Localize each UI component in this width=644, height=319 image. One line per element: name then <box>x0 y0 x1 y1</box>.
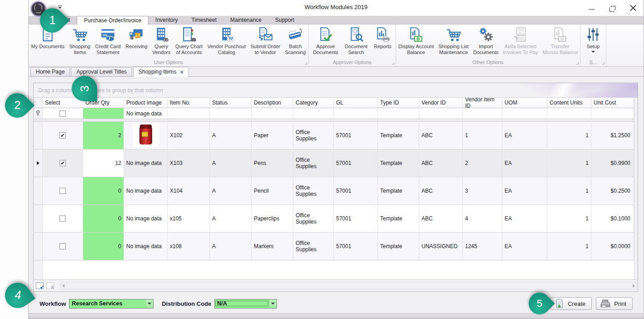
cell-unit-cost[interactable]: $0.2500 <box>591 177 634 204</box>
doc-tab-approval-level-titles[interactable]: Approval Level Titles <box>71 67 132 76</box>
cell-vendor-id[interactable]: ABC <box>419 122 463 149</box>
cell-uom[interactable]: EA <box>502 233 547 260</box>
query-chart-of-accounts-button[interactable]: Query Chart of Accounts <box>173 26 205 56</box>
reports-button[interactable]: Reports <box>372 26 394 50</box>
deselect-all-rows-button[interactable]: ✕ <box>46 282 54 289</box>
cell-type-id[interactable]: Template <box>378 177 419 204</box>
cell-order-qty[interactable]: 2 <box>83 122 124 149</box>
table-row[interactable]: 12 No image data X103 A Pens Office Supp… <box>34 150 638 177</box>
vendor-punchout-catalog-button[interactable]: Vendor Punchout Catalog <box>205 26 248 56</box>
cell-vendor-id[interactable]: ABC <box>419 150 463 177</box>
tab-close-icon[interactable]: × <box>180 69 184 75</box>
row-checkbox[interactable] <box>59 188 66 194</box>
cell-content-units[interactable]: 1 <box>547 233 591 260</box>
cell-category[interactable]: Office Supplies <box>293 205 334 232</box>
doc-tab-shopping-items[interactable]: Shopping Items × <box>133 67 189 77</box>
filter-cell[interactable] <box>334 108 378 119</box>
cell-vendor-id[interactable]: UNASSIGNED <box>419 233 463 260</box>
scroll-left-icon[interactable] <box>62 284 64 288</box>
filter-cell[interactable] <box>252 108 293 119</box>
group-dialog-launcher-icon[interactable] <box>305 62 307 65</box>
cell-description[interactable]: Pencil <box>252 177 293 204</box>
cell-item-no[interactable]: X104 <box>168 177 210 204</box>
cell-type-id[interactable]: Template <box>378 122 419 149</box>
filter-order-qty-cell[interactable] <box>83 108 124 119</box>
column-header-unit-cost[interactable]: Unit Cost <box>591 98 634 108</box>
approve-documents-button[interactable]: Approve Documents <box>311 26 341 56</box>
group-dialog-launcher-icon[interactable] <box>576 62 579 65</box>
cell-order-qty[interactable]: 0 <box>83 177 124 204</box>
cell-uom[interactable]: EA <box>502 205 547 232</box>
filter-cell[interactable] <box>502 108 547 119</box>
row-checkbox[interactable] <box>59 215 66 222</box>
minimize-button[interactable] <box>584 2 599 13</box>
cell-select[interactable] <box>43 177 83 204</box>
cell-gl[interactable]: 57001 <box>334 122 378 149</box>
cell-status[interactable]: A <box>210 233 252 260</box>
row-checkbox[interactable] <box>59 132 66 139</box>
cell-product-image[interactable] <box>124 122 168 149</box>
cell-status[interactable]: A <box>210 150 252 177</box>
cell-content-units[interactable]: 1 <box>547 122 591 149</box>
workflow-dropdown[interactable]: Research Services <box>69 299 154 309</box>
cell-vendor-id[interactable]: ABC <box>419 205 463 232</box>
cell-category[interactable]: Office Supplies <box>293 150 334 177</box>
print-button[interactable]: Print <box>596 297 633 310</box>
cell-product-image[interactable]: No image data <box>124 150 168 177</box>
table-row[interactable]: 2 X102 A Paper Office Supplies 57001 Tem… <box>34 122 638 150</box>
cell-category[interactable]: Office Supplies <box>293 233 334 260</box>
credit-card-statement-button[interactable]: Credit Card Statement <box>93 26 123 56</box>
cell-order-qty[interactable]: 0 <box>83 205 124 232</box>
cell-product-image[interactable]: No image data <box>124 205 168 232</box>
cell-gl[interactable]: 57001 <box>334 233 378 260</box>
query-vendors-button[interactable]: Query Vendors <box>150 26 173 56</box>
cell-status[interactable]: A <box>210 122 252 149</box>
cell-type-id[interactable]: Template <box>378 205 419 232</box>
close-button[interactable] <box>625 2 641 13</box>
filter-cell[interactable] <box>293 108 334 119</box>
cell-category[interactable]: Office Supplies <box>293 177 334 204</box>
cell-vendor-item-id[interactable]: 4 <box>463 205 502 232</box>
shopping-list-maintenance-button[interactable]: Shopping List Maintenance <box>436 26 471 56</box>
cell-select[interactable] <box>43 205 83 232</box>
row-checkbox[interactable] <box>59 160 66 166</box>
cell-vendor-item-id[interactable]: 1 <box>463 122 502 149</box>
cell-item-no[interactable]: x105 <box>168 205 210 232</box>
cell-gl[interactable]: 57001 <box>334 177 378 204</box>
cell-uom[interactable]: EA <box>502 150 547 177</box>
filter-cell[interactable] <box>378 108 419 119</box>
column-header-description[interactable]: Description <box>252 98 293 108</box>
row-checkbox[interactable] <box>59 243 66 249</box>
column-header-gl[interactable]: GL <box>334 98 378 108</box>
cell-status[interactable]: A <box>210 205 252 232</box>
tab-support[interactable]: Support <box>268 16 301 24</box>
cell-content-units[interactable]: 1 <box>547 150 591 177</box>
cell-category[interactable]: Office Supplies <box>293 122 334 149</box>
cell-vendor-id[interactable]: ABC <box>419 177 463 204</box>
cell-product-image[interactable]: No image data <box>124 177 168 204</box>
tab-maintenance[interactable]: Maintenance <box>223 16 268 24</box>
cell-vendor-item-id[interactable]: 1245 <box>463 233 502 260</box>
submit-order-to-vendor-button[interactable]: Submit Order to Vendor <box>248 26 282 56</box>
restore-button[interactable] <box>604 2 620 13</box>
column-header-status[interactable]: Status <box>210 98 252 108</box>
column-header-item-no[interactable]: Item No. <box>168 98 210 108</box>
tab-purchase-order-invoice[interactable]: Purchase Order/Invoice <box>77 16 149 25</box>
cell-select[interactable] <box>43 150 83 177</box>
table-row[interactable]: 0 No image data X104 A Pencil Office Sup… <box>34 177 638 205</box>
cell-description[interactable]: Pens <box>252 150 293 177</box>
display-account-balance-button[interactable]: $ Display Account Balance <box>396 26 436 56</box>
cell-uom[interactable]: EA <box>502 177 547 204</box>
cell-uom[interactable]: EA <box>502 122 547 149</box>
tab-timesheet[interactable]: Timesheet <box>184 16 223 24</box>
cell-content-units[interactable]: 1 <box>547 205 591 232</box>
cell-item-no[interactable]: x108 <box>168 233 210 260</box>
create-button[interactable]: Create <box>550 297 592 310</box>
batch-scanning-button[interactable]: Batch Scanning <box>282 26 308 56</box>
column-header-content-units[interactable]: Content Units <box>547 98 591 108</box>
column-header-vendor-item-id[interactable]: Vendor Item ID <box>463 98 502 108</box>
cell-unit-cost[interactable]: $1.2500 <box>591 122 634 149</box>
filter-cell[interactable] <box>419 108 463 119</box>
cell-content-units[interactable]: 1 <box>547 177 591 204</box>
grid-group-panel[interactable]: Drag a column header here to group by th… <box>34 83 638 98</box>
